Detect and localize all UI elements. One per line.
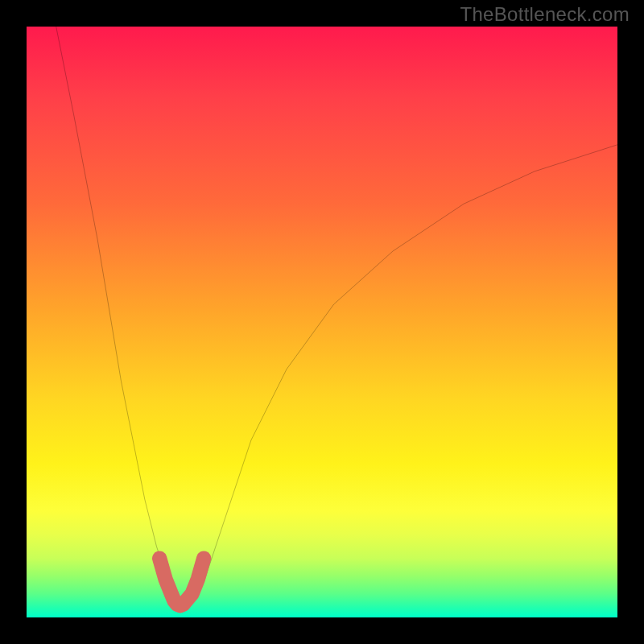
main-curve <box>56 27 617 605</box>
threshold-band <box>159 559 204 606</box>
chart-svg <box>27 27 617 617</box>
plot-area <box>27 27 617 617</box>
watermark-text: TheBottleneck.com <box>460 3 630 26</box>
chart-frame: TheBottleneck.com <box>0 0 644 644</box>
